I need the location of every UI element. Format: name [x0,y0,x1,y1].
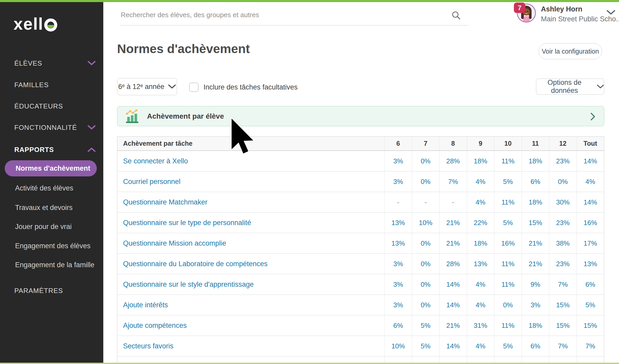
sidebar: xell ÉLÈVES FAMILLES ÉDUCATEURS FONCTION… [0,2,103,364]
value-cell: 18% [522,151,549,171]
banner-label: Achèvement par élève [147,112,224,120]
task-link[interactable]: Questionnaire Mission accomplie [117,233,384,253]
table-row: Questionnaire sur le style d'apprentissa… [117,274,604,295]
value-cell: 0% [412,295,439,315]
grade-column-header: 12 [549,137,577,150]
grade-column-header: 6 [384,137,412,150]
sidebar-item-label: PARAMÈTRES [14,287,63,295]
search-icon[interactable] [451,10,461,20]
value-cell: - [439,192,467,212]
value-cell: 0% [549,171,577,192]
grade-column-header: 11 [522,137,549,150]
sidebar-item-fonctionnalite[interactable]: FONCTIONNALITÉ [14,123,95,132]
sidebar-item-familles[interactable]: FAMILLES [14,80,95,89]
value-cell: 11% [494,192,522,212]
value-cell: 11% [494,315,522,336]
sidebar-item-label: Travaux et devoirs [15,204,73,212]
search-input[interactable] [120,5,468,25]
value-cell: 0% [494,295,522,315]
chevron-right-icon [590,113,596,120]
value-cell: 17% [577,233,604,253]
value-cell: 15% [549,315,577,336]
value-cell: 4% [467,171,494,192]
table-row: Ajoute intérêts3%0%14%4%0%3%15%5% [117,295,604,315]
value-cell: - [384,192,412,212]
task-link[interactable]: Se connecter à Xello [117,151,384,171]
task-link[interactable]: Courriel personnel [117,171,384,192]
task-link[interactable]: Questionnaire sur le type de personnalit… [117,213,384,233]
sidebar-item-label: ÉLÈVES [14,59,42,67]
data-options-dropdown[interactable]: Options de données [536,79,604,95]
value-cell: 7% [549,274,577,295]
value-cell: 13% [577,254,604,274]
value-cell: 31% [467,315,494,336]
chevron-down-icon [168,84,176,89]
task-column-header: Achèvement par tâche [117,137,384,150]
task-link[interactable]: Secteurs favoris [117,336,384,356]
value-cell: 18% [522,192,549,212]
grade-filter-dropdown[interactable]: 6ᵉ à 12ᵉ année [117,78,177,95]
value-cell: 0% [412,151,439,171]
sidebar-item-label: Engagement de la famille [15,261,94,269]
optional-tasks-label[interactable]: Inclure des tâches facultatives [203,83,298,91]
value-cell: 3% [384,295,412,315]
optional-tasks-checkbox[interactable] [189,82,199,92]
sidebar-item-jouer-pour-de-vrai[interactable]: Jouer pour de vrai [15,222,95,231]
value-cell: 4% [577,171,604,192]
value-cell: 0% [412,171,439,192]
bottom-strip [0,363,619,364]
sidebar-item-educateurs[interactable]: ÉDUCATEURS [14,102,95,111]
value-cell: 5% [577,295,604,315]
chevron-down-icon [597,84,604,89]
value-cell: 38% [549,233,577,253]
achievement-by-student-banner[interactable]: Achèvement par élève [117,106,604,126]
sidebar-item-travaux-devoirs[interactable]: Travaux et devoirs [15,203,95,212]
task-link[interactable]: Ajoute compétences [117,315,384,336]
value-cell: 23% [549,254,577,274]
sidebar-item-label: Engagement des élèves [15,242,91,250]
value-cell: 18% [467,151,494,171]
value-cell: 3% [384,254,412,274]
value-cell: 3% [384,171,412,192]
value-cell: 5% [412,315,439,336]
chevron-down-icon[interactable] [607,10,615,15]
sidebar-item-normes-achevement[interactable]: Normes d'achèvement [5,160,97,176]
sidebar-item-label: FAMILLES [14,81,49,89]
value-cell: 7% [577,336,604,356]
value-cell: 14% [577,151,604,171]
value-cell: 4% [467,274,494,295]
value-cell: 6% [522,171,549,192]
value-cell: 23% [549,151,577,171]
sidebar-item-label: FONCTIONNALITÉ [14,124,77,132]
sidebar-item-activite-eleves[interactable]: Activité des élèves [15,184,95,193]
value-cell: 15% [577,315,604,336]
table-row: Se connecter à Xello3%0%28%18%11%18%23%1… [117,151,604,171]
value-cell: 4% [467,192,494,212]
task-link[interactable]: Questionnaire du Laboratoire de compéten… [117,254,384,274]
value-cell: 30% [549,192,577,212]
value-cell: 18% [522,315,549,336]
account-menu[interactable]: 7 Ashley Horn Main Street Public Scho... [514,2,615,24]
value-cell: 21% [522,233,549,253]
value-cell: 6% [522,336,549,356]
value-cell: 16% [494,233,522,253]
sidebar-item-engagement-famille[interactable]: Engagement de la famille [15,260,95,269]
grade-column-header: 8 [439,137,467,150]
sidebar-item-engagement-eleves[interactable]: Engagement des élèves [15,241,95,250]
sidebar-item-rapports[interactable]: RAPPORTS [14,145,95,154]
task-link[interactable]: Questionnaire Matchmaker [117,192,384,212]
xello-logo[interactable]: xell [14,16,57,32]
grade-column-header: 7 [412,137,439,150]
sidebar-item-parametres[interactable]: PARAMÈTRES [14,286,95,295]
notification-badge[interactable]: 7 [514,3,525,13]
value-cell: 28% [439,151,467,171]
task-link[interactable]: Questionnaire sur le style d'apprentissa… [117,274,384,295]
sidebar-item-label: Activité des élèves [15,184,73,192]
value-cell: 3% [384,151,412,171]
value-cell: 14% [439,336,467,356]
table-header-row: Achèvement par tâche 6789101112Tout [117,137,604,151]
task-link[interactable]: Ajoute intérêts [117,295,384,315]
table-row: Ajoute compétences6%5%21%31%11%18%15%15% [117,315,604,336]
view-configuration-button[interactable]: Voir la configuration [539,43,602,59]
sidebar-item-eleves[interactable]: ÉLÈVES [14,59,95,68]
